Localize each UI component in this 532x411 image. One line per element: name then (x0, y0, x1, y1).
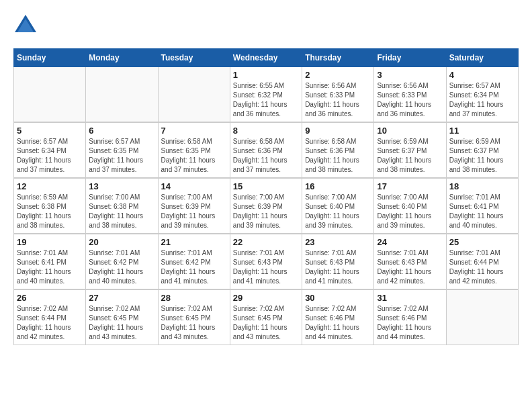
day-number: 22 (233, 237, 299, 247)
day-number: 4 (449, 70, 515, 80)
day-info: Sunrise: 7:01 AMSunset: 6:42 PMDaylight:… (89, 248, 154, 286)
day-number: 3 (377, 70, 443, 80)
calendar: SundayMondayTuesdayWednesdayThursdayFrid… (13, 48, 519, 345)
calendar-cell: 11Sunrise: 6:59 AMSunset: 6:37 PMDayligh… (446, 122, 518, 178)
day-number: 19 (17, 237, 83, 247)
day-number: 14 (161, 181, 227, 191)
calendar-cell: 27Sunrise: 7:02 AMSunset: 6:45 PMDayligh… (86, 289, 158, 345)
day-number: 20 (89, 237, 154, 247)
day-header-tuesday: Tuesday (158, 49, 230, 67)
calendar-cell: 10Sunrise: 6:59 AMSunset: 6:37 PMDayligh… (374, 122, 446, 178)
day-number: 29 (233, 293, 299, 303)
calendar-cell: 23Sunrise: 7:01 AMSunset: 6:43 PMDayligh… (302, 234, 374, 289)
calendar-cell (86, 67, 158, 123)
day-header-monday: Monday (86, 49, 158, 67)
day-number: 18 (449, 181, 515, 191)
day-header-sunday: Sunday (14, 49, 86, 67)
day-info: Sunrise: 7:02 AMSunset: 6:45 PMDaylight:… (233, 304, 299, 342)
calendar-cell: 19Sunrise: 7:01 AMSunset: 6:41 PMDayligh… (14, 234, 86, 289)
calendar-cell: 22Sunrise: 7:01 AMSunset: 6:43 PMDayligh… (230, 234, 302, 289)
day-info: Sunrise: 6:57 AMSunset: 6:34 PMDaylight:… (17, 137, 83, 175)
day-number: 24 (377, 237, 443, 247)
day-info: Sunrise: 7:01 AMSunset: 6:43 PMDaylight:… (305, 248, 371, 286)
calendar-cell: 3Sunrise: 6:56 AMSunset: 6:33 PMDaylight… (374, 67, 446, 123)
day-number: 23 (305, 237, 371, 247)
calendar-cell: 1Sunrise: 6:55 AMSunset: 6:32 PMDaylight… (230, 67, 302, 123)
day-header-friday: Friday (374, 49, 446, 67)
day-number: 9 (305, 126, 371, 136)
day-number: 15 (233, 181, 299, 191)
day-number: 31 (377, 293, 443, 303)
calendar-cell: 29Sunrise: 7:02 AMSunset: 6:45 PMDayligh… (230, 289, 302, 345)
day-info: Sunrise: 7:01 AMSunset: 6:41 PMDaylight:… (449, 193, 515, 230)
calendar-cell: 21Sunrise: 7:01 AMSunset: 6:42 PMDayligh… (158, 234, 230, 289)
day-number: 10 (377, 126, 443, 136)
calendar-cell: 20Sunrise: 7:01 AMSunset: 6:42 PMDayligh… (86, 234, 158, 289)
day-header-thursday: Thursday (302, 49, 374, 67)
day-info: Sunrise: 6:59 AMSunset: 6:37 PMDaylight:… (449, 137, 515, 175)
day-info: Sunrise: 7:02 AMSunset: 6:45 PMDaylight:… (89, 304, 154, 342)
calendar-cell: 12Sunrise: 6:59 AMSunset: 6:38 PMDayligh… (14, 178, 86, 234)
day-number: 7 (161, 126, 227, 136)
logo-icon (13, 13, 38, 38)
day-number: 6 (89, 126, 154, 136)
calendar-cell: 5Sunrise: 6:57 AMSunset: 6:34 PMDaylight… (14, 122, 86, 178)
day-info: Sunrise: 7:01 AMSunset: 6:44 PMDaylight:… (449, 248, 515, 286)
calendar-cell: 30Sunrise: 7:02 AMSunset: 6:46 PMDayligh… (302, 289, 374, 345)
calendar-cell: 26Sunrise: 7:02 AMSunset: 6:44 PMDayligh… (14, 289, 86, 345)
calendar-cell: 16Sunrise: 7:00 AMSunset: 6:40 PMDayligh… (302, 178, 374, 234)
day-info: Sunrise: 7:00 AMSunset: 6:39 PMDaylight:… (233, 193, 299, 230)
day-info: Sunrise: 7:00 AMSunset: 6:39 PMDaylight:… (161, 193, 227, 230)
day-info: Sunrise: 6:55 AMSunset: 6:32 PMDaylight:… (233, 81, 299, 119)
day-info: Sunrise: 7:02 AMSunset: 6:44 PMDaylight:… (17, 304, 83, 342)
day-number: 17 (377, 181, 443, 191)
day-info: Sunrise: 6:57 AMSunset: 6:34 PMDaylight:… (449, 81, 515, 119)
day-number: 27 (89, 293, 154, 303)
day-info: Sunrise: 7:00 AMSunset: 6:38 PMDaylight:… (89, 193, 154, 230)
day-number: 12 (17, 181, 83, 191)
day-number: 1 (233, 70, 299, 80)
day-number: 11 (449, 126, 515, 136)
calendar-cell: 9Sunrise: 6:58 AMSunset: 6:36 PMDaylight… (302, 122, 374, 178)
day-header-wednesday: Wednesday (230, 49, 302, 67)
calendar-cell: 13Sunrise: 7:00 AMSunset: 6:38 PMDayligh… (86, 178, 158, 234)
day-header-saturday: Saturday (446, 49, 518, 67)
calendar-cell: 18Sunrise: 7:01 AMSunset: 6:41 PMDayligh… (446, 178, 518, 234)
day-number: 8 (233, 126, 299, 136)
day-number: 16 (305, 181, 371, 191)
week-row-2: 5Sunrise: 6:57 AMSunset: 6:34 PMDaylight… (14, 122, 519, 178)
day-info: Sunrise: 6:58 AMSunset: 6:35 PMDaylight:… (161, 137, 227, 175)
day-number: 5 (17, 126, 83, 136)
day-number: 28 (161, 293, 227, 303)
day-number: 25 (449, 237, 515, 247)
week-row-3: 12Sunrise: 6:59 AMSunset: 6:38 PMDayligh… (14, 178, 519, 234)
day-info: Sunrise: 7:02 AMSunset: 6:46 PMDaylight:… (377, 304, 443, 342)
day-info: Sunrise: 7:00 AMSunset: 6:40 PMDaylight:… (305, 193, 371, 230)
day-number: 21 (161, 237, 227, 247)
page-header (13, 13, 519, 38)
day-info: Sunrise: 7:02 AMSunset: 6:46 PMDaylight:… (305, 304, 371, 342)
day-info: Sunrise: 7:01 AMSunset: 6:42 PMDaylight:… (161, 248, 227, 286)
day-number: 2 (305, 70, 371, 80)
day-info: Sunrise: 7:01 AMSunset: 6:41 PMDaylight:… (17, 248, 83, 286)
day-info: Sunrise: 6:59 AMSunset: 6:38 PMDaylight:… (17, 193, 83, 230)
calendar-cell: 28Sunrise: 7:02 AMSunset: 6:45 PMDayligh… (158, 289, 230, 345)
week-row-5: 26Sunrise: 7:02 AMSunset: 6:44 PMDayligh… (14, 289, 519, 345)
calendar-cell: 8Sunrise: 6:58 AMSunset: 6:36 PMDaylight… (230, 122, 302, 178)
calendar-cell: 7Sunrise: 6:58 AMSunset: 6:35 PMDaylight… (158, 122, 230, 178)
calendar-cell: 2Sunrise: 6:56 AMSunset: 6:33 PMDaylight… (302, 67, 374, 123)
calendar-cell: 14Sunrise: 7:00 AMSunset: 6:39 PMDayligh… (158, 178, 230, 234)
day-info: Sunrise: 7:01 AMSunset: 6:43 PMDaylight:… (233, 248, 299, 286)
day-number: 13 (89, 181, 154, 191)
calendar-cell: 4Sunrise: 6:57 AMSunset: 6:34 PMDaylight… (446, 67, 518, 123)
day-info: Sunrise: 6:58 AMSunset: 6:36 PMDaylight:… (233, 137, 299, 175)
day-info: Sunrise: 6:58 AMSunset: 6:36 PMDaylight:… (305, 137, 371, 175)
calendar-cell: 24Sunrise: 7:01 AMSunset: 6:43 PMDayligh… (374, 234, 446, 289)
day-info: Sunrise: 7:00 AMSunset: 6:40 PMDaylight:… (377, 193, 443, 230)
calendar-cell: 15Sunrise: 7:00 AMSunset: 6:39 PMDayligh… (230, 178, 302, 234)
week-row-1: 1Sunrise: 6:55 AMSunset: 6:32 PMDaylight… (14, 67, 519, 123)
day-info: Sunrise: 7:01 AMSunset: 6:43 PMDaylight:… (377, 248, 443, 286)
day-info: Sunrise: 6:59 AMSunset: 6:37 PMDaylight:… (377, 137, 443, 175)
week-row-4: 19Sunrise: 7:01 AMSunset: 6:41 PMDayligh… (14, 234, 519, 289)
day-info: Sunrise: 6:56 AMSunset: 6:33 PMDaylight:… (305, 81, 371, 119)
